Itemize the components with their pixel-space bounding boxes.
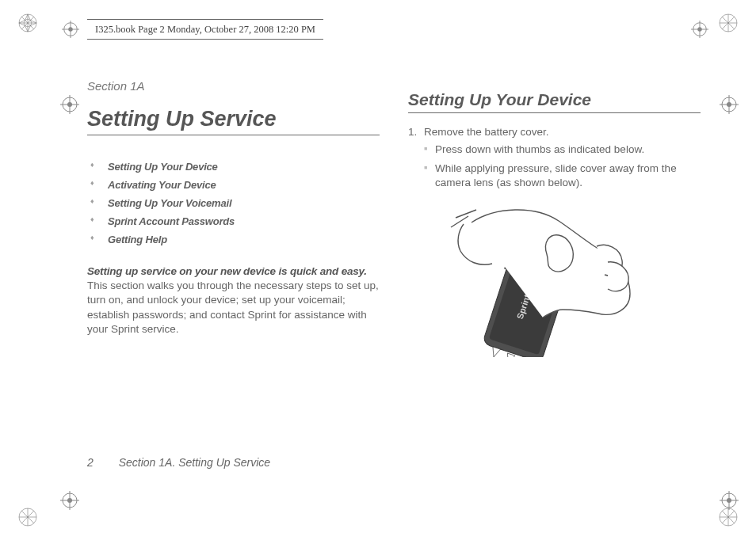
running-title: Section 1A. Setting Up Service: [119, 456, 270, 469]
section-heading: Setting Up Your Device: [408, 90, 701, 113]
svg-line-12: [28, 23, 36, 27]
svg-line-7: [28, 23, 32, 32]
registration-mark-icon: [17, 507, 38, 527]
right-column: Setting Up Your Device 1. Remove the bat…: [408, 79, 701, 477]
print-meta-header: I325.book Page 2 Monday, October 27, 200…: [62, 17, 708, 41]
toc-item: Sprint Account Passwords: [87, 212, 380, 230]
intro-lead: Setting up service on your new device is…: [87, 265, 367, 277]
steps-list: 1. Remove the battery cover. Press down …: [408, 126, 701, 191]
intro-paragraph: Setting up service on your new device is…: [87, 264, 380, 337]
svg-line-60: [456, 210, 476, 218]
svg-line-9: [19, 19, 28, 23]
registration-mark-icon: [17, 13, 38, 33]
substeps-list: Press down with thumbs as indicated belo…: [424, 143, 701, 191]
toc-list: Setting Up Your Device Activating Your D…: [87, 158, 380, 249]
step-text: Remove the battery cover.: [424, 126, 549, 138]
toc-item: Activating Your Device: [87, 176, 380, 194]
device-illustration: Sprint: [424, 199, 701, 360]
crosshair-icon: [720, 491, 739, 510]
intro-rest: This section walks you through the neces…: [87, 280, 379, 335]
left-column: Section 1A Setting Up Service Setting Up…: [87, 79, 380, 477]
page-body: Section 1A Setting Up Service Setting Up…: [87, 79, 701, 477]
toc-item: Getting Help: [87, 230, 380, 249]
section-label: Section 1A: [87, 79, 380, 93]
substep-item: Press down with thumbs as indicated belo…: [424, 143, 701, 157]
svg-line-5: [28, 14, 32, 23]
svg-line-10: [19, 23, 28, 27]
svg-line-11: [28, 19, 36, 23]
print-meta-text: I325.book Page 2 Monday, October 27, 200…: [87, 19, 323, 40]
substep-item: While applying pressure, slide cover awa…: [424, 162, 701, 190]
crosshair-icon: [62, 21, 79, 38]
toc-item: Setting Up Your Voicemail: [87, 194, 380, 212]
crosshair-icon: [720, 95, 739, 114]
toc-item: Setting Up Your Device: [87, 158, 380, 176]
step-number: 1.: [408, 126, 417, 138]
svg-line-61: [451, 216, 468, 227]
page-number: 2: [87, 456, 94, 469]
page-footer: 2 Section 1A. Setting Up Service: [87, 456, 270, 469]
step-item: 1. Remove the battery cover. Press down …: [408, 126, 701, 191]
svg-line-6: [24, 14, 28, 23]
crosshair-icon: [60, 95, 79, 114]
crosshair-icon: [60, 491, 79, 510]
page-title: Setting Up Service: [87, 107, 380, 135]
registration-mark-icon: [718, 13, 739, 33]
svg-line-8: [24, 23, 28, 32]
crosshair-icon: [691, 21, 708, 38]
